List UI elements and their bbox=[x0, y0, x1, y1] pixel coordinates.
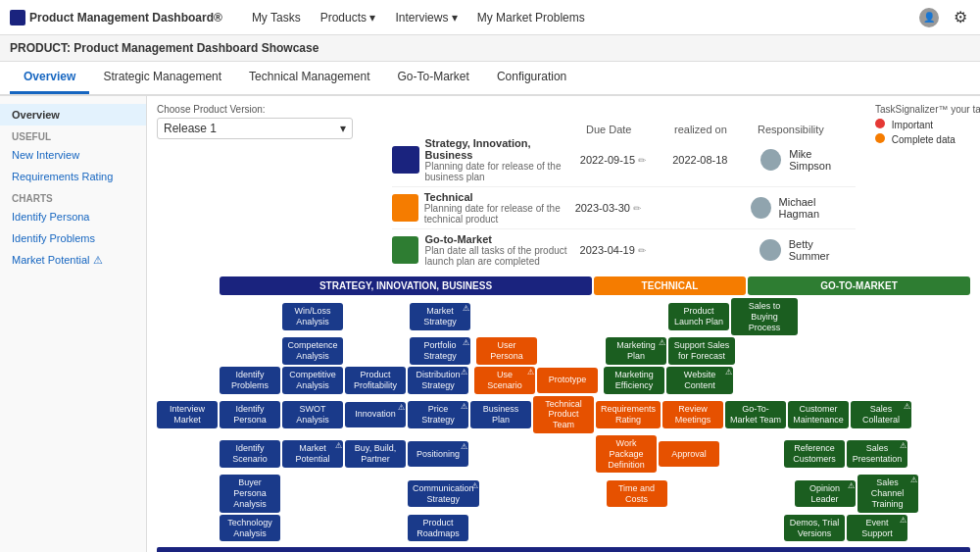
important-dot bbox=[875, 119, 885, 128]
card-distribution[interactable]: Distribution Strategy⚠ bbox=[408, 367, 468, 394]
col-realized: realized on bbox=[674, 124, 758, 135]
card-win-loss[interactable]: Win/Loss Analysis bbox=[282, 303, 343, 330]
brand-logo: Product Management Dashboard® bbox=[10, 10, 222, 25]
card-product-launch-plan[interactable]: Product Launch Plan bbox=[668, 303, 729, 330]
logo-icon bbox=[10, 10, 25, 25]
card-product-roadmaps[interactable]: Product Roadmaps bbox=[408, 515, 468, 542]
card-positioning[interactable]: Positioning⚠ bbox=[408, 441, 468, 467]
card-marketing-plan[interactable]: Marketing Plan⚠ bbox=[606, 337, 666, 365]
card-website-content[interactable]: Website Content⚠ bbox=[666, 367, 733, 394]
complete-data-dot bbox=[875, 133, 885, 143]
person-mike: Mike Simpson bbox=[789, 148, 856, 172]
release-subtitle-strategy: Planning date for release of the busines… bbox=[425, 161, 574, 182]
card-review-meetings[interactable]: Review Meetings bbox=[662, 401, 723, 428]
card-prototype[interactable]: Prototype bbox=[537, 368, 598, 393]
page-tabs: Overview Strategic Management Technical … bbox=[0, 62, 980, 96]
card-identify-persona[interactable]: Identify Persona bbox=[220, 401, 280, 428]
card-sales-to-buying[interactable]: Sales to Buying Process bbox=[731, 298, 798, 335]
user-icon[interactable]: 👤 bbox=[919, 8, 939, 27]
card-portfolio-strategy[interactable]: Portfolio Strategy⚠ bbox=[410, 337, 470, 365]
edit-icon-gtm[interactable]: ✏ bbox=[638, 245, 646, 256]
workflow-header-gtm: GO-TO-MARKET bbox=[748, 276, 970, 295]
sidebar-item-identify-persona[interactable]: Identify Persona bbox=[0, 206, 146, 227]
edit-icon-technical[interactable]: ✏ bbox=[633, 203, 641, 214]
release-subtitle-technical: Planning date for release of the technic… bbox=[424, 203, 569, 225]
responsibility-technical: Michael Hagman bbox=[751, 196, 856, 220]
card-swot[interactable]: SWOT Analysis bbox=[282, 401, 343, 428]
card-buyer-persona[interactable]: Buyer Persona Analysis bbox=[220, 475, 280, 512]
person-betty: Betty Summer bbox=[789, 238, 856, 262]
tab-technical[interactable]: Technical Management bbox=[235, 62, 383, 94]
main-nav: My Tasks Products ▾ Interviews ▾ My Mark… bbox=[252, 11, 919, 25]
card-event-support[interactable]: Event Support⚠ bbox=[847, 515, 907, 542]
card-technology[interactable]: Technology Analysis bbox=[220, 515, 280, 542]
card-sales-collateral[interactable]: Sales Collateral⚠ bbox=[851, 401, 911, 428]
version-value: Release 1 bbox=[164, 122, 217, 135]
nav-products[interactable]: Products ▾ bbox=[320, 11, 376, 25]
version-chevron-icon: ▾ bbox=[340, 122, 346, 135]
nav-interviews[interactable]: Interviews ▾ bbox=[395, 11, 457, 25]
card-approval[interactable]: Approval bbox=[659, 441, 719, 467]
sidebar-item-identify-problems[interactable]: Identify Problems bbox=[0, 227, 146, 249]
release-color-technical bbox=[392, 194, 418, 222]
card-buy-build[interactable]: Buy, Build, Partner bbox=[345, 440, 406, 468]
product-header: PRODUCT: Product Management Dashboard Sh… bbox=[0, 35, 980, 62]
responsibility-gtm: Betty Summer bbox=[760, 238, 856, 262]
card-marketing-efficiency[interactable]: Marketing Efficiency bbox=[604, 367, 664, 394]
nav-my-tasks[interactable]: My Tasks bbox=[252, 11, 301, 25]
card-time-costs[interactable]: Time and Costs bbox=[607, 480, 667, 508]
card-identify-scenario[interactable]: Identify Scenario bbox=[220, 440, 280, 468]
card-requirements-rating[interactable]: Requirements Rating bbox=[596, 401, 661, 428]
card-work-package[interactable]: Work Package Definition bbox=[596, 435, 657, 473]
card-sales-channel[interactable]: Sales Channel Training⚠ bbox=[858, 475, 918, 512]
card-tech-product-team[interactable]: Technical Product Team bbox=[533, 396, 594, 433]
card-user-persona[interactable]: User Persona bbox=[476, 337, 537, 365]
card-gtm-team[interactable]: Go-To-Market Team bbox=[725, 401, 786, 428]
workflow-diagram: STRATEGY, INNOVATION, BUSINESS TECHNICAL… bbox=[157, 276, 970, 552]
top-navigation: Product Management Dashboard® My Tasks P… bbox=[0, 0, 980, 35]
responsibility-strategy: Mike Simpson bbox=[760, 148, 856, 172]
sidebar: Overview USEFUL New Interview Requiremen… bbox=[0, 96, 147, 552]
card-innovation[interactable]: Innovation⚠ bbox=[345, 402, 406, 427]
tab-overview[interactable]: Overview bbox=[10, 62, 89, 94]
card-price-strategy[interactable]: Price Strategy⚠ bbox=[408, 401, 468, 428]
release-subtitle-gtm: Plan date all tasks of the product launc… bbox=[424, 245, 573, 267]
release-title-technical: Technical bbox=[424, 191, 569, 203]
card-support-sales[interactable]: Support Sales for Forecast bbox=[668, 337, 735, 365]
card-opinion-leader[interactable]: Opinion Leader⚠ bbox=[795, 480, 856, 508]
sidebar-item-market-potential[interactable]: Market Potential ⚠ bbox=[0, 249, 146, 272]
sidebar-useful-label: USEFUL bbox=[0, 125, 146, 144]
card-product-profitability[interactable]: Product Profitability bbox=[345, 367, 406, 394]
version-select[interactable]: Release 1 ▾ bbox=[157, 118, 353, 139]
release-title-gtm: Go-to-Market bbox=[424, 233, 573, 245]
tab-configuration[interactable]: Configuration bbox=[483, 62, 580, 94]
card-interview-market[interactable]: Interview Market bbox=[157, 401, 218, 428]
tab-go-to-market[interactable]: Go-To-Market bbox=[384, 62, 483, 94]
card-competence[interactable]: Competence Analysis bbox=[282, 337, 343, 365]
settings-icon[interactable]: ⚙ bbox=[951, 8, 970, 27]
col-due-date: Due Date bbox=[586, 124, 674, 135]
badge-complete-data-label: Complete data bbox=[892, 134, 956, 145]
card-business-plan[interactable]: Business Plan bbox=[470, 401, 531, 428]
card-market-potential[interactable]: Market Potential⚠ bbox=[282, 440, 343, 468]
person-michael: Michael Hagman bbox=[779, 196, 856, 220]
card-customer-maintenance[interactable]: Customer Maintenance bbox=[788, 401, 849, 428]
right-panel: Choose Product Version: Release 1 ▾ Due … bbox=[147, 96, 980, 552]
card-reference-customers[interactable]: Reference Customers bbox=[784, 440, 845, 468]
task-signalizer-title: TaskSignalizer™ your tasks: bbox=[875, 104, 980, 115]
card-communication[interactable]: Communication Strategy⚠ bbox=[408, 480, 479, 508]
card-market-strategy[interactable]: Market Strategy⚠ bbox=[410, 303, 470, 330]
edit-icon-strategy[interactable]: ✏ bbox=[638, 155, 646, 166]
main-content: Overview USEFUL New Interview Requiremen… bbox=[0, 96, 980, 552]
card-identify-problems[interactable]: Identify Problems bbox=[220, 367, 280, 394]
card-use-scenario[interactable]: Use Scenario⚠ bbox=[474, 367, 535, 394]
workflow-header-strategy: STRATEGY, INNOVATION, BUSINESS bbox=[220, 276, 592, 295]
sidebar-item-overview[interactable]: Overview bbox=[0, 104, 146, 125]
card-competitive[interactable]: Competitive Analysis bbox=[282, 367, 343, 394]
card-sales-presentation[interactable]: Sales Presentation⚠ bbox=[847, 440, 907, 468]
nav-market-problems[interactable]: My Market Problems bbox=[477, 11, 585, 25]
card-demos-trial[interactable]: Demos, Trial Versions bbox=[784, 515, 845, 542]
sidebar-item-new-interview[interactable]: New Interview bbox=[0, 144, 146, 166]
sidebar-item-requirements-rating[interactable]: Requirements Rating bbox=[0, 166, 146, 187]
tab-strategic[interactable]: Strategic Management bbox=[89, 62, 235, 94]
